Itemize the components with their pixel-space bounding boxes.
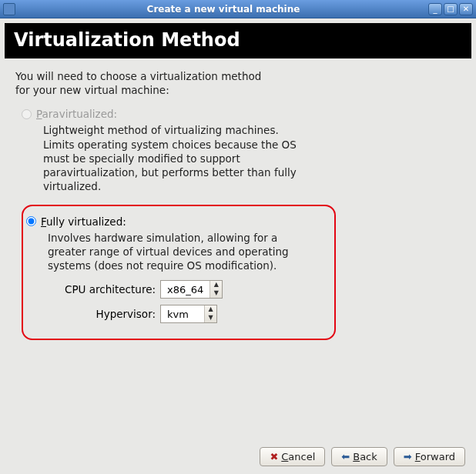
arrow-right-icon: ➡ — [404, 451, 412, 462]
app-icon — [3, 3, 15, 15]
maximize-button[interactable]: □ — [444, 3, 458, 15]
footer-buttons: ✖ Cancel ⬅ Back ➡ Forward — [260, 447, 465, 466]
arrow-left-icon: ⬅ — [341, 451, 350, 462]
radio-fully-virtualized[interactable]: Fully virtualized: — [26, 215, 327, 228]
minimize-button[interactable]: _ — [428, 3, 442, 15]
titlebar[interactable]: Create a new virtual machine _ □ ✕ — [0, 0, 476, 18]
hypervisor-value: kvm — [161, 305, 204, 322]
chevron-down-icon[interactable]: ▼ — [205, 314, 216, 322]
content-area: Virtualization Method You will need to c… — [0, 18, 476, 345]
intro-text: You will need to choose a virtualization… — [5, 69, 471, 105]
cancel-icon: ✖ — [270, 451, 278, 462]
chevron-up-icon[interactable]: ▲ — [205, 305, 216, 314]
options-group: Paravirtualized: Lightweight method of v… — [5, 108, 471, 340]
hypervisor-label: Hypervisor: — [63, 308, 156, 320]
cpu-architecture-select[interactable]: x86_64 ▲ ▼ — [160, 280, 223, 299]
back-button[interactable]: ⬅ Back — [331, 447, 387, 466]
dialog-window: Create a new virtual machine _ □ ✕ Virtu… — [0, 0, 476, 474]
back-label: Back — [353, 451, 377, 462]
fully-virtualized-section: Fully virtualized: Involves hardware sim… — [22, 205, 336, 341]
chevron-up-icon[interactable]: ▲ — [210, 281, 222, 289]
paravirtualized-description: Lightweight method of virtualizing machi… — [22, 122, 307, 201]
forward-label: Forward — [415, 451, 455, 462]
cpu-architecture-row: CPU architecture: x86_64 ▲ ▼ — [63, 280, 327, 299]
hypervisor-spinner[interactable]: ▲ ▼ — [204, 305, 216, 322]
cancel-label: Cancel — [281, 451, 315, 462]
radio-fully-virtualized-input[interactable] — [26, 216, 36, 226]
intro-line-1: You will need to choose a virtualization… — [15, 70, 261, 82]
window-controls: _ □ ✕ — [428, 3, 473, 15]
page-heading: Virtualization Method — [5, 23, 471, 58]
cpu-architecture-label: CPU architecture: — [63, 283, 156, 295]
cpu-architecture-value: x86_64 — [161, 281, 210, 298]
radio-paravirtualized: Paravirtualized: — [22, 108, 454, 120]
forward-button[interactable]: ➡ Forward — [394, 447, 465, 466]
hypervisor-select[interactable]: kvm ▲ ▼ — [160, 305, 217, 323]
window-title: Create a new virtual machine — [18, 4, 428, 15]
cpu-architecture-spinner[interactable]: ▲ ▼ — [210, 281, 222, 298]
fully-virtualized-description: Involves hardware simulation, allowing f… — [26, 229, 311, 278]
cancel-button[interactable]: ✖ Cancel — [260, 447, 325, 466]
radio-fully-virtualized-label: Fully virtualized: — [41, 215, 126, 228]
radio-paravirtualized-input — [22, 109, 32, 119]
hypervisor-row: Hypervisor: kvm ▲ ▼ — [63, 305, 327, 323]
chevron-down-icon[interactable]: ▼ — [210, 289, 222, 298]
radio-paravirtualized-label: Paravirtualized: — [36, 108, 117, 120]
intro-line-2: for your new virtual machine: — [15, 84, 169, 96]
close-button[interactable]: ✕ — [459, 3, 473, 15]
